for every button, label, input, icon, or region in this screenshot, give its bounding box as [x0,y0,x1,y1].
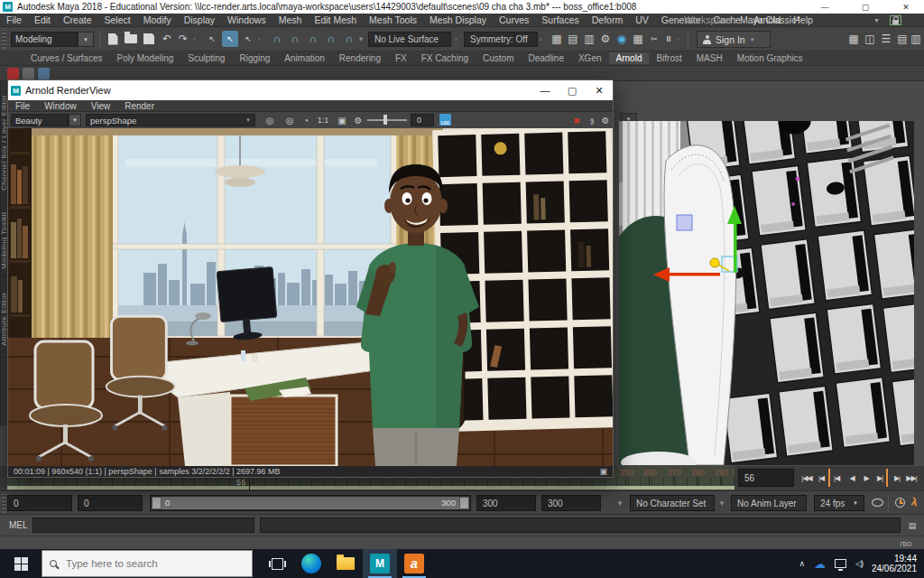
menu-create[interactable]: Create [57,14,98,25]
camera-selector[interactable]: perspShape ▼ [86,114,255,126]
arnold-renderview-icon[interactable]: ◉ [614,31,630,47]
rv-menu-file[interactable]: File [8,101,37,111]
animlayer-dropdown-icon[interactable]: ▼ [718,499,725,508]
toolbar-grip[interactable] [2,30,6,49]
render-current-frame-icon[interactable]: ▤ [565,31,581,47]
range-slider-track[interactable] [162,497,459,509]
menu-set-dropdown-icon[interactable]: ▼ [78,32,94,47]
network-icon[interactable] [835,559,846,568]
aov-selector[interactable]: Beauty [11,114,69,126]
new-scene-icon[interactable] [105,31,121,47]
group-arrow-icon[interactable]: › [455,35,457,43]
undo-icon[interactable]: ↶ [159,31,175,47]
shelf-tab-sculpting[interactable]: Sculpting [180,52,232,64]
menu-mesh-display[interactable]: Mesh Display [423,14,493,25]
exposure-value-field[interactable]: 0 [411,114,434,126]
step-back-frame-button[interactable]: |◀ [814,469,828,487]
go-to-start-button[interactable]: |◀◀ [799,469,814,487]
step-forward-key-button[interactable]: ▶| [873,469,888,487]
animation-start-field[interactable]: 0 [7,495,72,511]
command-line-language-toggle[interactable]: MEL [9,520,28,530]
region-render-icon[interactable]: ▣ [335,113,349,127]
log-display-icon[interactable]: LOG [439,114,451,126]
taskbar-clock[interactable]: 19:44 24/06/2021 [872,554,917,573]
group-arrow-icon[interactable]: › [258,35,261,43]
menu-mesh-tools[interactable]: Mesh Tools [363,14,423,25]
menu-deform[interactable]: Deform [586,14,629,25]
rv-menu-window[interactable]: Window [37,101,84,111]
renderview-maximize-button[interactable]: ▢ [559,80,586,100]
paint-select-tool-icon[interactable]: ↖ [240,31,256,47]
menu-file[interactable]: File [0,14,28,25]
shelf-tab-curves-surfaces[interactable]: Curves / Surfaces [23,52,109,64]
exposure-slider-handle[interactable] [383,115,387,125]
maximize-button[interactable]: ▢ [847,0,883,14]
render-canvas[interactable] [8,128,613,466]
menu-select[interactable]: Select [98,14,137,25]
group-arrow-icon[interactable]: › [677,35,679,43]
menu-modify[interactable]: Modify [137,14,178,25]
shelf-item-icon[interactable] [38,68,50,79]
window-titlebar[interactable]: M Autodesk Maya 2018 - Educational Versi… [0,0,924,14]
task-view-button[interactable] [260,549,294,578]
live-surface-field[interactable]: No Live Surface [368,32,451,47]
rv-menu-view[interactable]: View [84,101,118,111]
menu-display[interactable]: Display [178,14,221,25]
speaker-icon[interactable]: ◁) [855,559,863,568]
auto-key-icon[interactable]: λ [910,495,919,508]
tray-chevron-icon[interactable]: ∧ [799,559,805,568]
workspace-selector[interactable]: Maya Classic* [740,14,884,25]
save-scene-icon[interactable] [141,31,157,47]
shelf-tab-rendering[interactable]: Rendering [332,52,388,64]
symmetry-field[interactable]: Symmetry: Off [464,32,538,47]
taskbar-search[interactable] [42,550,253,577]
workspace-dropdown-icon[interactable]: ▼ [873,17,880,23]
start-render-icon[interactable]: ◎ [263,113,277,127]
stop-render-icon[interactable]: ■ [569,113,584,127]
menu-surfaces[interactable]: Surfaces [535,14,585,25]
range-end-handle[interactable] [459,497,469,509]
range-start-handle[interactable] [152,497,162,509]
taskbar-arnold[interactable]: a [397,549,431,578]
menu-uv[interactable]: UV [629,14,655,25]
close-button[interactable]: ✕ [888,0,924,14]
charset-dropdown-icon[interactable]: ▼ [616,499,624,508]
channel-box-toggle-icon[interactable]: ▥ [908,31,924,47]
shelf-tab-deadline[interactable]: Deadline [521,52,570,64]
playback-end-field[interactable]: 300 [476,495,536,511]
renderview-close-button[interactable]: ✕ [586,80,613,100]
exposure-slider[interactable] [367,119,407,121]
playback-start-field[interactable]: 0 [78,495,143,511]
render-sequence-icon[interactable]: ▦ [630,31,646,47]
shelf-tab-fx-caching[interactable]: FX Caching [414,52,476,64]
workspace-lock-icon[interactable] [890,15,901,25]
menu-edit[interactable]: Edit [28,14,57,25]
shelf-item-icon[interactable] [7,68,19,79]
command-input-field[interactable] [32,517,254,533]
fps-selector[interactable]: 24 fps ▼ [814,495,864,511]
shelf-tab-custom[interactable]: Custom [476,52,521,64]
modeling-toolkit-toggle-icon[interactable]: ▦ [845,31,862,47]
snap-curve-icon[interactable]: ∩ [287,31,303,47]
select-tool-icon[interactable]: ↖ [204,31,220,47]
ipr-render-icon[interactable]: ▥ [581,31,597,47]
renderview-minimize-button[interactable]: — [531,80,559,100]
open-scene-icon[interactable] [123,31,139,47]
range-slider[interactable]: 0 300 [150,495,471,511]
script-editor-icon[interactable]: ▤ [904,517,920,534]
shelf-tab-xgen[interactable]: XGen [571,52,609,64]
aov-split-icon[interactable]: ◔ [299,113,313,127]
sign-in-button[interactable]: Sign In ▼ [697,31,771,48]
step-back-key-button[interactable]: |◀ [828,469,843,487]
shelf-tab-motion-graphics[interactable]: Motion Graphics [730,52,810,64]
minimize-button[interactable]: — [807,0,843,14]
shelf-tab-bifrost[interactable]: Bifrost [649,52,688,64]
shelf-tab-rigging[interactable]: Rigging [232,52,277,64]
snap-grid-icon[interactable]: ∩ [269,31,285,47]
play-backwards-button[interactable]: ◀ [845,469,859,487]
range-grip[interactable] [2,494,6,513]
menu-mesh[interactable]: Mesh [273,14,309,25]
attribute-editor-toggle-icon[interactable]: ☰ [878,31,894,47]
broadcast-icon[interactable]: ·)) [584,113,598,127]
viewport-scene[interactable] [619,121,914,465]
